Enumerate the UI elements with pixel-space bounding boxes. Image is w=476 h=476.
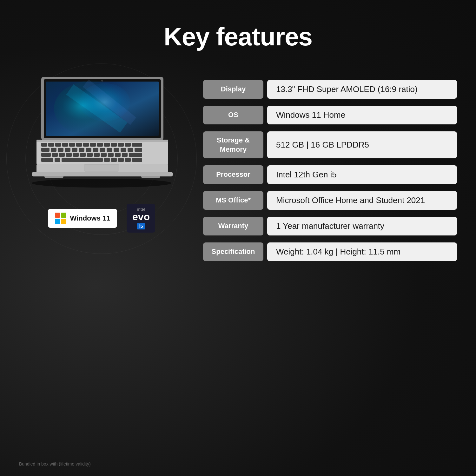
spec-value-2: 512 GB | 16 GB LPDDR5 [267,131,457,158]
spec-label-0: Display [203,80,263,99]
spec-row: Warranty1 Year manufacturer warranty [203,217,457,235]
svg-rect-3 [44,176,63,178]
spec-value-4: Microsoft Office Home and Student 2021 [267,191,457,210]
spec-row: Storage & Memory512 GB | 16 GB LPDDR5 [203,131,457,158]
svg-rect-33 [135,148,142,152]
badges-area: Windows 11 intel evo i5 [48,204,155,233]
svg-rect-20 [41,148,50,152]
svg-rect-37 [66,153,72,157]
spec-row: MS Office*Microsoft Office Home and Stud… [203,191,457,210]
laptop-image [22,70,181,191]
intel-evo-badge: intel evo i5 [127,204,155,233]
spec-value-6: Weight: 1.04 kg | Height: 11.5 mm [267,242,457,261]
svg-rect-9 [62,143,68,147]
spec-value-0: 13.3" FHD Super AMOLED (16:9 ratio) [267,80,457,99]
spec-row: ProcessorIntel 12th Gen i5 [203,165,457,184]
svg-rect-23 [65,148,70,152]
svg-rect-17 [118,143,124,147]
spec-value-5: 1 Year manufacturer warranty [267,217,457,235]
svg-rect-50 [104,158,110,162]
svg-rect-4 [141,176,160,178]
svg-rect-44 [115,153,121,157]
svg-rect-26 [86,148,91,152]
svg-rect-22 [58,148,63,152]
svg-rect-36 [59,153,65,157]
svg-rect-45 [122,153,128,157]
svg-rect-8 [55,143,61,147]
spec-label-5: Warranty [203,217,263,235]
svg-rect-32 [128,148,133,152]
svg-rect-39 [80,153,86,157]
svg-rect-35 [52,153,58,157]
svg-rect-34 [41,153,51,157]
svg-rect-55 [84,164,119,171]
svg-point-0 [32,179,171,188]
svg-rect-31 [121,148,126,152]
svg-rect-28 [100,148,105,152]
svg-rect-38 [73,153,79,157]
svg-rect-16 [111,143,117,147]
svg-rect-12 [83,143,89,147]
svg-rect-14 [97,143,103,147]
svg-rect-10 [69,143,75,147]
svg-rect-15 [104,143,110,147]
svg-rect-43 [108,153,114,157]
svg-rect-2 [32,172,173,176]
spec-row: SpecificationWeight: 1.04 kg | Height: 1… [203,242,457,261]
svg-rect-25 [79,148,84,152]
svg-rect-30 [114,148,119,152]
i5-label: i5 [137,223,146,229]
spec-label-3: Processor [203,165,263,184]
svg-rect-51 [111,158,117,162]
svg-rect-52 [118,158,124,162]
svg-rect-18 [125,143,131,147]
svg-rect-54 [132,158,142,162]
spec-row: OSWindows 11 Home [203,106,457,124]
svg-rect-41 [94,153,100,157]
svg-rect-40 [87,153,93,157]
windows-badge: Windows 11 [48,209,117,228]
footnote-text: Bundled in box with (lifetime validity) [19,461,91,466]
spec-row: Display13.3" FHD Super AMOLED (16:9 rati… [203,80,457,99]
svg-rect-49 [62,158,103,162]
spec-value-1: Windows 11 Home [267,106,457,124]
spec-label-2: Storage & Memory [203,131,263,158]
svg-point-64 [101,80,103,82]
svg-rect-11 [76,143,82,147]
spec-label-4: MS Office* [203,191,263,210]
windows-logo-icon [55,213,66,224]
svg-rect-6 [41,143,47,147]
svg-rect-21 [51,148,56,152]
specs-panel: Display13.3" FHD Super AMOLED (16:9 rati… [184,70,457,268]
svg-rect-46 [129,153,142,157]
left-panel: Windows 11 intel evo i5 [19,70,184,233]
svg-rect-13 [90,143,96,147]
svg-rect-42 [101,153,107,157]
svg-rect-27 [93,148,98,152]
svg-rect-53 [125,158,131,162]
spec-label-6: Specification [203,242,263,261]
windows-badge-text: Windows 11 [70,214,110,222]
svg-rect-47 [41,158,53,162]
svg-rect-7 [48,143,54,147]
spec-value-3: Intel 12th Gen i5 [267,165,457,184]
svg-rect-19 [132,143,142,147]
svg-rect-29 [107,148,112,152]
evo-label: evo [132,212,150,222]
svg-rect-24 [72,148,77,152]
spec-label-1: OS [203,106,263,124]
svg-rect-48 [55,158,60,162]
page-title: Key features [0,0,476,51]
